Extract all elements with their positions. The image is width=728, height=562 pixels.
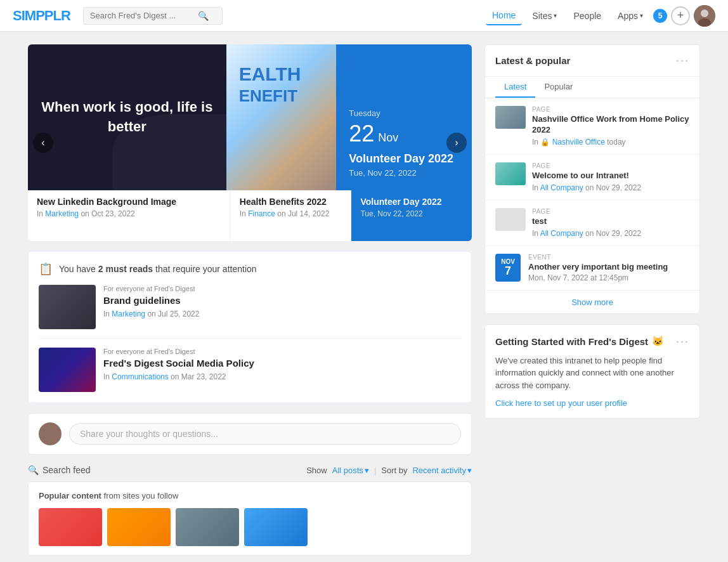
event-item: NOV 7 EVENT Another very important big m… [485,246,699,290]
latest-item-1: PAGE Nashville Office Work from Home Pol… [485,98,699,155]
latest-title-2[interactable]: Welcome to our Intranet! [532,171,689,181]
notification-badge[interactable]: 5 [653,9,667,23]
must-read-date-2: Mar 23, 2022 [181,372,226,381]
logo[interactable]: SIMPPLR [13,8,70,24]
must-read-date-1: Jul 25, 2022 [158,310,199,318]
popular-content-title: Popular content from sites you follow [39,491,461,500]
slide1-category[interactable]: Marketing [45,209,79,218]
must-read-category-2[interactable]: Communications [112,372,168,381]
tab-latest[interactable]: Latest [495,77,535,98]
all-posts-filter[interactable]: All posts ▾ [332,466,369,475]
latest-meta-2: In All Company on Nov 29, 2022 [532,183,689,192]
popular-content-section: Popular content from sites you follow [28,481,472,556]
search-feed-filters: Show All posts ▾ | Sort by Recent activi… [306,466,472,475]
latest-popular-panel: Latest & popular ··· Latest Popular PAGE… [484,44,700,314]
must-reads-header: 📋 You have 2 must reads that require you… [39,262,461,276]
tab-popular[interactable]: Popular [535,77,582,98]
must-read-thumb-2 [39,348,96,392]
slide3-day-label: Tuesday [349,108,380,118]
slide3-caption-title: Volunteer Day 2022 [360,197,463,207]
latest-thumb-2 [495,162,526,185]
latest-item-2: PAGE Welcome to our Intranet! In All Com… [485,155,699,200]
latest-title-1[interactable]: Nashville Office Work from Home Policy 2… [532,114,689,136]
nav-sites[interactable]: Sites ▾ [526,7,563,25]
latest-popular-title: Latest & popular [495,55,570,66]
share-avatar [39,422,62,445]
must-read-item-2: For everyone at Fred's Digest Fred's Dig… [39,348,461,392]
carousel-next-button[interactable]: › [446,133,467,153]
popular-thumb-4[interactable] [244,508,308,546]
popular-thumb-1[interactable] [39,508,102,546]
add-button[interactable]: + [671,6,690,25]
search-icon: 🔍 [198,11,209,21]
must-read-title-2[interactable]: Fred's Digest Social Media Policy [103,358,461,369]
left-column: When work is good, life is better EALTHE… [28,44,472,556]
latest-info-2: PAGE Welcome to our Intranet! In All Com… [532,162,689,192]
navbar: SIMPPLR 🔍 Home Sites ▾ People Apps ▾ 5 + [0,0,728,32]
event-time: Mon, Nov 7, 2022 at 12:45pm [528,273,689,282]
popular-thumb-3[interactable] [176,508,239,546]
caption-3: Volunteer Day 2022 Tue, Nov 22, 2022 [351,190,472,241]
must-reads-count: 2 must reads [98,264,153,274]
must-read-for-2: For everyone at Fred's Digest [103,348,461,355]
must-read-for-1: For everyone at Fred's Digest [103,285,461,292]
chevron-down-icon-posts: ▾ [365,466,369,475]
getting-started-text: We've created this intranet to help peop… [495,355,689,392]
slide3-month: Nov [378,131,398,145]
slide2-category[interactable]: Finance [248,209,275,218]
slide3-day-num: 22 [349,121,374,147]
slide1-caption-title: New Linkedin Background Image [37,197,221,207]
show-more: Show more [485,290,699,313]
latest-popular-menu[interactable]: ··· [676,54,689,67]
getting-started-header: Getting Started with Fred's Digest 🐱 ··· [495,335,689,348]
setup-profile-link[interactable]: Click here to set up your user profile [495,398,627,408]
nav-home[interactable]: Home [486,6,522,25]
share-box: Share your thoughts or questions... [28,413,472,455]
popular-thumb-2[interactable] [107,508,171,546]
logo-text-2: PPLR [36,8,70,23]
latest-location-1[interactable]: Nashville Office [552,138,605,147]
search-feed-header: 🔍 Search feed Show All posts ▾ | Sort by… [28,465,472,475]
event-date-badge: NOV 7 [495,254,521,282]
slide3-caption-date: Tue, Nov 22, 2022 [360,209,463,218]
latest-title-3[interactable]: test [532,216,689,227]
search-bar: 🔍 [83,7,223,25]
right-column: Latest & popular ··· Latest Popular PAGE… [484,44,700,556]
must-read-title-1[interactable]: Brand guidelines [103,295,461,306]
getting-started-panel: Getting Started with Fred's Digest 🐱 ···… [484,324,700,419]
latest-thumb-3 [495,208,526,231]
user-avatar[interactable] [694,5,715,27]
sort-filter[interactable]: Recent activity ▾ [412,466,472,475]
chevron-down-icon-sort: ▾ [467,466,472,475]
latest-location-2[interactable]: All Company [540,183,583,192]
must-read-info-2: For everyone at Fred's Digest Fred's Dig… [103,348,461,392]
nav-links: Home Sites ▾ People Apps ▾ 5 + [486,5,715,27]
chevron-down-icon-apps: ▾ [640,12,643,19]
nav-apps[interactable]: Apps ▾ [611,7,649,25]
must-reads-section: 📋 You have 2 must reads that require you… [28,251,472,403]
must-read-meta-1: In Marketing on Jul 25, 2022 [103,310,461,318]
event-tag: EVENT [528,254,689,261]
event-title[interactable]: Another very important big meeting [528,262,689,271]
latest-tag-3: PAGE [532,208,689,215]
getting-started-title: Getting Started with Fred's Digest 🐱 [495,336,664,347]
getting-started-menu[interactable]: ··· [676,335,689,348]
event-day: 7 [505,265,511,277]
share-input[interactable]: Share your thoughts or questions... [69,423,461,445]
caption-2: Health Benefits 2022 In Finance on Jul 1… [231,190,352,241]
carousel-slide-1: When work is good, life is better [28,44,226,190]
slide1-date: Oct 23, 2022 [91,209,135,218]
slide1-caption-meta: In Marketing on Oct 23, 2022 [37,209,221,218]
carousel-captions: New Linkedin Background Image In Marketi… [28,190,472,241]
slide2-caption-meta: In Finance on Jul 14, 2022 [240,209,342,218]
latest-info-3: PAGE test In All Company on Nov 29, 2022 [532,208,689,238]
nav-people[interactable]: People [567,7,608,25]
carousel-prev-button[interactable]: ‹ [33,133,53,153]
show-more-link[interactable]: Show more [571,297,613,307]
latest-location-3[interactable]: All Company [540,229,583,238]
must-read-category-1[interactable]: Marketing [112,310,145,318]
carousel-slides: When work is good, life is better EALTHE… [28,44,472,190]
search-input[interactable] [90,11,198,20]
latest-meta-1: In 🔒 Nashville Office today [532,138,689,147]
latest-item-3: PAGE test In All Company on Nov 29, 2022 [485,200,699,246]
